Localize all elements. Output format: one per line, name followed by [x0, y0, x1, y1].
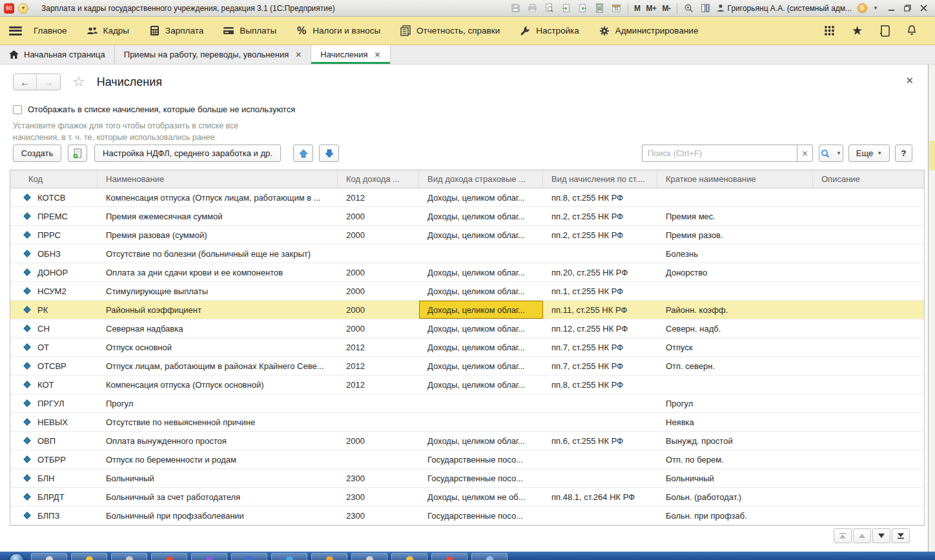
- table-row[interactable]: БЛПЗБольничный при профзаболевании2300Го…: [10, 506, 924, 525]
- cell-description[interactable]: [813, 488, 924, 506]
- cell-accrual_article[interactable]: [543, 413, 657, 431]
- cell-description[interactable]: [813, 207, 924, 225]
- cell-code[interactable]: ПРГУЛ: [10, 394, 98, 412]
- cell-name[interactable]: Отпуск лицам, работающим в районах Крайн…: [98, 357, 338, 375]
- cell-short_name[interactable]: Отп. по берем.: [657, 450, 813, 468]
- show-unused-checkbox[interactable]: [13, 105, 22, 114]
- cell-name[interactable]: Премия ежемесячная суммой: [98, 207, 338, 225]
- column-header-income-code[interactable]: Код дохода ...: [338, 170, 419, 188]
- memory-m-minus-button[interactable]: M-: [663, 4, 671, 13]
- cell-description[interactable]: [813, 319, 924, 337]
- search-clear-button[interactable]: ✕: [797, 145, 813, 162]
- forward-button[interactable]: →: [37, 74, 60, 90]
- hamburger-menu-icon[interactable]: [9, 26, 22, 35]
- cell-accrual_article[interactable]: [543, 245, 657, 263]
- cell-code[interactable]: ОТБРР: [10, 450, 98, 468]
- ndfl-settings-button[interactable]: Настройка НДФЛ, среднего заработка и др.: [94, 145, 281, 162]
- cell-income_kind[interactable]: Доходы, целиком облаг...: [419, 263, 543, 281]
- cell-income_code[interactable]: [338, 450, 419, 468]
- taskbar-app-button[interactable]: [471, 553, 508, 560]
- cell-code[interactable]: ДОНОР: [10, 263, 98, 281]
- menu-item-otchetnost[interactable]: Отчетность, справки: [400, 25, 500, 37]
- taskbar-app-button[interactable]: [31, 553, 67, 560]
- cell-income_code[interactable]: 2012: [338, 375, 419, 394]
- cell-name[interactable]: Компенсация отпуска (Отпуск лицам, работ…: [98, 188, 338, 206]
- cell-name[interactable]: Северная надбавка: [98, 319, 338, 337]
- history-icon[interactable]: [879, 25, 890, 37]
- table-row[interactable]: ОТОтпуск основной2012Доходы, целиком обл…: [10, 338, 924, 357]
- table-row[interactable]: ОБНЗОтсутствие по болезни (больничный ещ…: [10, 245, 924, 263]
- cell-name[interactable]: Оплата вынужденного простоя: [98, 432, 338, 450]
- cell-description[interactable]: [813, 263, 924, 281]
- cell-accrual_article[interactable]: [543, 450, 657, 468]
- cell-income_code[interactable]: 2000: [338, 432, 419, 450]
- table-row[interactable]: КОТСВКомпенсация отпуска (Отпуск лицам, …: [10, 188, 924, 207]
- cell-accrual_article[interactable]: [543, 506, 657, 525]
- cell-accrual_article[interactable]: пп.7, ст.255 НК РФ: [543, 338, 657, 356]
- cell-short_name[interactable]: Неявка: [657, 413, 813, 431]
- table-row[interactable]: КОТКомпенсация отпуска (Отпуск основной)…: [10, 375, 924, 394]
- cell-description[interactable]: [813, 375, 924, 394]
- tab-nachisleniya[interactable]: Начисления ✕: [311, 45, 390, 64]
- cell-description[interactable]: [813, 432, 924, 450]
- search-input[interactable]: [642, 145, 797, 162]
- restore-button[interactable]: [904, 5, 911, 12]
- cell-description[interactable]: [813, 301, 924, 319]
- cell-code[interactable]: БЛРДТ: [10, 488, 98, 506]
- show-unused-checkbox-row[interactable]: Отображать в списке начисления, которые …: [13, 105, 295, 114]
- cell-code[interactable]: ПРЕМС: [10, 207, 98, 225]
- cell-code[interactable]: КОТСВ: [10, 188, 98, 206]
- cell-name[interactable]: Районный коэффициент: [98, 301, 338, 319]
- tab-priemy[interactable]: Приемы на работу, переводы, увольнения ✕: [115, 45, 311, 64]
- cell-income_kind[interactable]: Доходы, целиком облаг...: [419, 432, 543, 450]
- cell-short_name[interactable]: Больничный: [657, 469, 813, 487]
- memory-m-button[interactable]: M: [634, 4, 641, 13]
- cell-short_name[interactable]: Больн. (работодат.): [657, 488, 813, 506]
- info-button[interactable]: i: [858, 3, 867, 13]
- back-button[interactable]: ←: [14, 74, 37, 90]
- cell-short_name[interactable]: Болезнь: [657, 245, 813, 263]
- column-header-accrual-kind[interactable]: Вид начисления по ст....: [543, 170, 657, 188]
- menu-item-nastroika[interactable]: Настройка: [519, 25, 579, 37]
- move-down-button[interactable]: [319, 145, 339, 162]
- zoom-icon[interactable]: [683, 3, 694, 14]
- current-user[interactable]: Григорьянц А.А. (системный адм...: [717, 4, 852, 13]
- system-menu-button[interactable]: ▼: [18, 3, 28, 14]
- cell-code[interactable]: ОТСВР: [10, 357, 98, 375]
- cell-code[interactable]: КОТ: [10, 375, 98, 394]
- cell-accrual_article[interactable]: пп.8, ст.255 НК РФ: [543, 188, 657, 206]
- cell-income_code[interactable]: 2000: [338, 319, 419, 337]
- table-row[interactable]: ОТСВРОтпуск лицам, работающим в районах …: [10, 357, 924, 375]
- table-row[interactable]: РКРайонный коэффициент2000Доходы, целико…: [10, 301, 924, 319]
- column-header-code[interactable]: Код: [10, 170, 98, 188]
- cell-code[interactable]: ОТ: [10, 338, 98, 356]
- help-button[interactable]: ?: [895, 145, 912, 162]
- cell-description[interactable]: [813, 469, 924, 487]
- cell-income_code[interactable]: 2000: [338, 263, 419, 281]
- menu-item-administrirovanie[interactable]: Администрирование: [599, 25, 699, 37]
- cell-code[interactable]: РК: [10, 301, 98, 319]
- minimize-button[interactable]: [888, 5, 895, 12]
- cell-code[interactable]: БЛПЗ: [10, 506, 98, 525]
- column-header-description[interactable]: Описание: [813, 170, 924, 188]
- cell-code[interactable]: БЛН: [10, 469, 98, 487]
- taskbar-app-button[interactable]: [271, 553, 307, 560]
- cell-short_name[interactable]: Северн. надб.: [657, 319, 813, 337]
- cell-description[interactable]: [813, 394, 924, 412]
- calendar-icon[interactable]: 31: [611, 3, 622, 14]
- save-icon[interactable]: [510, 3, 521, 14]
- cell-income_kind[interactable]: Доходы, целиком облаг...: [419, 282, 543, 300]
- cell-income_code[interactable]: [338, 245, 419, 263]
- cell-income_kind[interactable]: Государственные посо...: [419, 469, 543, 487]
- tab-close-icon[interactable]: ✕: [374, 50, 380, 59]
- column-header-name[interactable]: Наименование: [98, 170, 338, 188]
- cell-accrual_article[interactable]: пп.48.1, ст.264 НК РФ: [543, 488, 657, 506]
- cell-accrual_article[interactable]: пп.8, ст.255 НК РФ: [543, 375, 657, 394]
- taskbar-app-button[interactable]: [111, 553, 147, 560]
- cell-income_code[interactable]: 2300: [338, 488, 419, 506]
- taskbar-app-button[interactable]: [431, 553, 468, 560]
- cell-accrual_article[interactable]: пп.12, ст.255 НК РФ: [543, 319, 657, 337]
- cell-name[interactable]: Компенсация отпуска (Отпуск основной): [98, 375, 338, 394]
- favorites-star-icon[interactable]: ★: [852, 25, 863, 37]
- cell-income_kind[interactable]: Доходы, целиком облаг...: [419, 226, 543, 244]
